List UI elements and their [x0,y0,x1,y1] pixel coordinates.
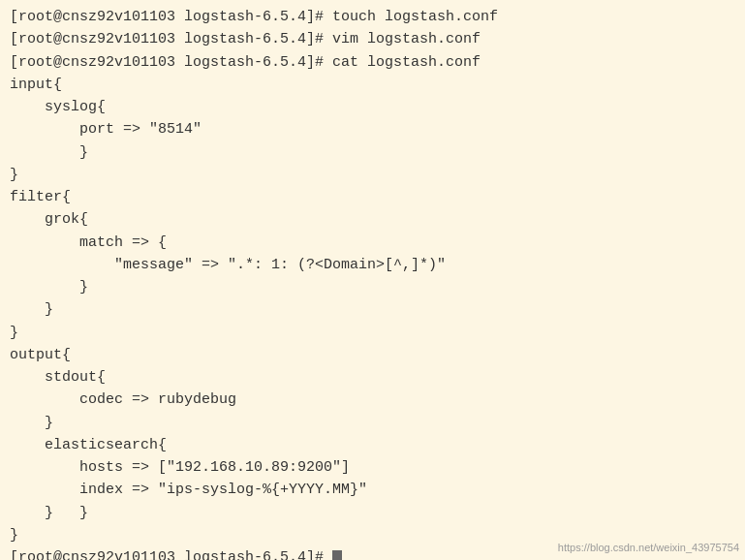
terminal-line: } [10,164,735,186]
terminal-line: hosts => ["192.168.10.89:9200"] [10,456,735,479]
terminal-line: input{ [10,74,735,96]
terminal-line: output{ [10,344,735,366]
cursor [332,550,342,560]
terminal-line: grok{ [10,208,735,231]
terminal-line: elasticsearch{ [10,434,735,456]
terminal: [root@cnsz92v101103 logstash-6.5.4]# tou… [0,0,745,560]
terminal-line: } [10,141,735,164]
terminal-line: [root@cnsz92v101103 logstash-6.5.4]# vim… [10,28,735,50]
terminal-line: } [10,322,735,344]
terminal-line: } [10,298,735,321]
terminal-content: [root@cnsz92v101103 logstash-6.5.4]# tou… [10,6,735,560]
terminal-line: } [10,412,735,434]
terminal-line: } [10,276,735,298]
terminal-line: } } [10,502,735,524]
watermark: https://blog.csdn.net/weixin_43975754 [558,540,739,556]
terminal-line: index => "ips-syslog-%{+YYYY.MM}" [10,479,735,501]
terminal-line: codec => rubydebug [10,389,735,411]
terminal-line: filter{ [10,186,735,208]
terminal-line: [root@cnsz92v101103 logstash-6.5.4]# tou… [10,6,735,28]
terminal-line: match => { [10,232,735,254]
terminal-line: "message" => ".*: 1: (?<Domain>[^,]*)" [10,254,735,276]
terminal-line: port => "8514" [10,118,735,140]
terminal-line: syslog{ [10,96,735,118]
terminal-line: stdout{ [10,366,735,389]
terminal-line: [root@cnsz92v101103 logstash-6.5.4]# cat… [10,51,735,74]
